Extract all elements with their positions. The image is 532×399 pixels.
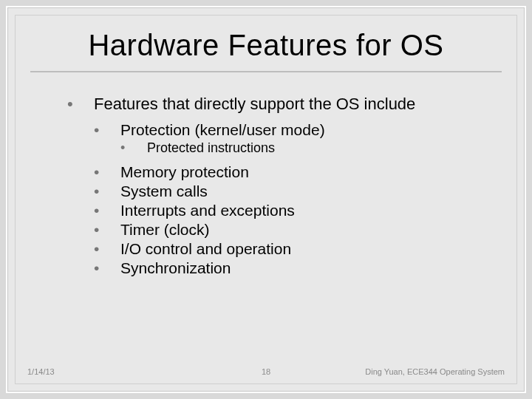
slide-body: Features that directly support the OS in…: [16, 78, 516, 277]
slide-title: Hardware Features for OS: [30, 29, 502, 72]
bullet-lvl2: System calls: [94, 183, 480, 200]
bullet-lvl2: Memory protection: [94, 163, 480, 181]
footer-attribution: Ding Yuan, ECE344 Operating System: [365, 367, 505, 376]
bullet-lvl2: Interrupts and exceptions: [94, 202, 480, 219]
bullet-lvl2: I/O control and operation: [94, 240, 480, 258]
bullet-lvl2: Synchronization: [94, 259, 480, 277]
bullet-lvl2: Protection (kernel/user mode): [94, 121, 480, 139]
bullet-lvl2: Timer (clock): [94, 221, 480, 239]
bullet-lvl1: Features that directly support the OS in…: [67, 95, 480, 114]
bullet-lvl3: Protected instructions: [120, 140, 480, 156]
slide-frame: Hardware Features for OS Features that d…: [6, 6, 526, 393]
slide-inner: Hardware Features for OS Features that d…: [15, 15, 517, 384]
slide-footer: 1/14/13 18 Ding Yuan, ECE344 Operating S…: [16, 361, 516, 376]
